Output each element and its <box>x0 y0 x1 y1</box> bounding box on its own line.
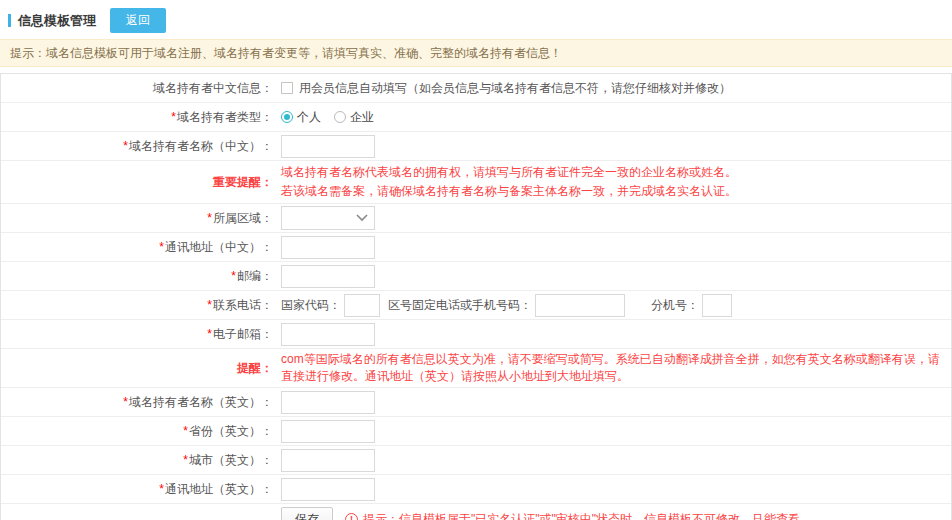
row-address-en: *通讯地址（英文）： <box>1 475 951 504</box>
required-mark: * <box>183 453 188 467</box>
back-button[interactable]: 返回 <box>110 8 166 33</box>
autofill-checkbox[interactable] <box>281 82 293 94</box>
phone-number-input[interactable] <box>535 294 625 317</box>
field-label: *联系电话： <box>1 297 281 313</box>
label-text: 邮编： <box>237 269 273 283</box>
label-text: 通讯地址（英文）： <box>165 482 273 496</box>
row-address-cn: *通讯地址（中文）： <box>1 233 951 262</box>
required-mark: * <box>231 269 236 283</box>
label-text: 电子邮箱： <box>213 327 273 341</box>
required-mark: * <box>171 110 176 124</box>
field-label: *所属区域： <box>1 210 281 226</box>
row-holder-name-en: *域名持有者名称（英文）： <box>1 388 951 417</box>
extension-label: 分机号： <box>651 297 699 314</box>
label-text: 城市（英文）： <box>189 453 273 467</box>
label-text: 通讯地址（中文）： <box>165 240 273 254</box>
required-mark: * <box>207 327 212 341</box>
email-input[interactable] <box>281 323 375 346</box>
warning-icon: ! <box>345 513 358 520</box>
page-header: 信息模板管理 返回 <box>0 0 952 39</box>
field-label: *城市（英文）： <box>1 452 281 468</box>
row-city-en: *城市（英文）： <box>1 446 951 475</box>
label-text: 省份（英文）： <box>189 424 273 438</box>
holder-name-cn-input[interactable] <box>281 135 375 158</box>
zip-input[interactable] <box>281 265 375 288</box>
radio-option-personal[interactable]: 个人 <box>281 109 321 126</box>
required-mark: * <box>123 139 128 153</box>
row-region: *所属区域： <box>1 204 951 233</box>
label-text: 联系电话： <box>213 298 273 312</box>
extension-input[interactable] <box>702 294 732 317</box>
row-province-en: *省份（英文）： <box>1 417 951 446</box>
label-text: 域名持有者名称（英文）： <box>129 395 273 409</box>
holder-name-en-input[interactable] <box>281 391 375 414</box>
chevron-down-icon <box>356 214 368 222</box>
row-footer: 保存 ! 提示：信息模板属于"已实名认证"或"审核中"状态时，信息模板不可修改，… <box>1 504 951 520</box>
autofill-checkbox-label: 用会员信息自动填写（如会员信息与域名持有者信息不符，请您仔细核对并修改） <box>299 80 731 97</box>
field-label: *邮编： <box>1 268 281 284</box>
row-phone: *联系电话： 国家代码： 区号固定电话或手机号码： 分机号： <box>1 291 951 320</box>
row-reminder: 提醒： com等国际域名的所有者信息以英文为准，请不要缩写或简写。系统已自动翻译… <box>1 349 951 388</box>
radio-personal-icon[interactable] <box>281 111 293 123</box>
radio-option-company[interactable]: 企业 <box>334 109 374 126</box>
label-text: 所属区域： <box>213 211 273 225</box>
phone-number-label: 区号固定电话或手机号码： <box>388 297 532 314</box>
row-holder-name-cn: *域名持有者名称（中文）： <box>1 132 951 161</box>
save-button[interactable]: 保存 <box>281 507 333 520</box>
address-en-input[interactable] <box>281 478 375 501</box>
required-mark: * <box>207 211 212 225</box>
field-label: *域名持有者名称（英文）： <box>1 394 281 410</box>
important-reminder-text: 域名持有者名称代表域名的拥有权，请填写与所有者证件完全一致的企业名称或姓名。 若… <box>281 163 737 201</box>
city-en-input[interactable] <box>281 449 375 472</box>
radio-company-icon[interactable] <box>334 111 346 123</box>
required-mark: * <box>183 424 188 438</box>
row-holder-cn-info: 域名持有者中文信息： 用会员信息自动填写（如会员信息与域名持有者信息不符，请您仔… <box>1 74 951 103</box>
country-code-label: 国家代码： <box>281 297 341 314</box>
label-text: 域名持有者名称（中文）： <box>129 139 273 153</box>
address-cn-input[interactable] <box>281 236 375 259</box>
region-select[interactable] <box>281 206 375 230</box>
required-mark: * <box>159 240 164 254</box>
field-label: *省份（英文）： <box>1 423 281 439</box>
field-label: *域名持有者类型： <box>1 109 281 125</box>
field-label: *域名持有者名称（中文）： <box>1 138 281 154</box>
field-label: *通讯地址（中文）： <box>1 239 281 255</box>
province-en-input[interactable] <box>281 420 375 443</box>
radio-company-label: 企业 <box>350 109 374 126</box>
radio-personal-label: 个人 <box>297 109 321 126</box>
reminder-label: 提醒： <box>1 360 281 376</box>
footer-tip-text: 提示：信息模板属于"已实名认证"或"审核中"状态时，信息模板不可修改，只能查看。 <box>363 511 812 520</box>
row-important-reminder: 重要提醒： 域名持有者名称代表域名的拥有权，请填写与所有者证件完全一致的企业名称… <box>1 161 951 204</box>
important-reminder-line2: 若该域名需备案，请确保域名持有者名称与备案主体名称一致，并完成域名实名认证。 <box>281 182 737 201</box>
important-reminder-line1: 域名持有者名称代表域名的拥有权，请填写与所有者证件完全一致的企业名称或姓名。 <box>281 163 737 182</box>
field-label: 域名持有者中文信息： <box>1 80 281 96</box>
title-accent-bar <box>8 14 11 27</box>
field-label: *电子邮箱： <box>1 326 281 342</box>
important-reminder-label: 重要提醒： <box>1 174 281 190</box>
country-code-input[interactable] <box>344 294 380 317</box>
row-email: *电子邮箱： <box>1 320 951 349</box>
field-label: *通讯地址（英文）： <box>1 481 281 497</box>
required-mark: * <box>123 395 128 409</box>
label-text: 域名持有者中文信息： <box>153 81 273 95</box>
row-zip: *邮编： <box>1 262 951 291</box>
required-mark: * <box>207 298 212 312</box>
info-template-form: 域名持有者中文信息： 用会员信息自动填写（如会员信息与域名持有者信息不符，请您仔… <box>0 73 952 520</box>
required-mark: * <box>159 482 164 496</box>
label-text: 域名持有者类型： <box>177 110 273 124</box>
page-title: 信息模板管理 <box>18 12 96 30</box>
reminder-text: com等国际域名的所有者信息以英文为准，请不要缩写或简写。系统已自动翻译成拼音全… <box>281 351 951 385</box>
row-holder-type: *域名持有者类型： 个人 企业 <box>1 103 951 132</box>
notice-bar: 提示：域名信息模板可用于域名注册、域名持有者变更等，请填写真实、准确、完整的域名… <box>0 39 952 67</box>
